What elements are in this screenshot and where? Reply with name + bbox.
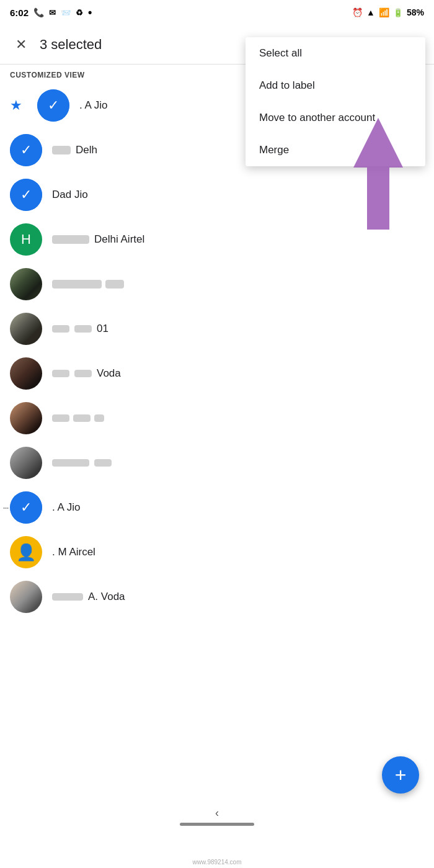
contact-info: . A Jio	[52, 501, 424, 514]
menu-item-select-all[interactable]: Select all	[246, 37, 425, 69]
contact-info	[52, 280, 424, 289]
avatar	[10, 357, 42, 390]
wifi-icon: ▲	[366, 7, 375, 17]
checkmark-icon: ✓	[10, 491, 42, 524]
blurred-placeholder	[52, 459, 89, 467]
back-chevron[interactable]: ‹	[215, 807, 219, 820]
avatar-letter: H	[21, 231, 31, 248]
list-item[interactable]: ✓ Dad Jio	[0, 172, 434, 217]
avatar: ✓	[10, 491, 42, 524]
fab-button[interactable]: +	[382, 756, 419, 794]
status-left: 6:02 📞 ✉ 📨 ♻ •	[10, 6, 92, 19]
fab-icon: +	[395, 764, 407, 787]
list-item[interactable]: ✓ . A Jio	[0, 485, 434, 530]
checkmark-icon: ✓	[10, 179, 42, 211]
mail-icon: ✉	[49, 8, 56, 17]
checkmark-icon: ✓	[10, 134, 42, 166]
contact-info: Voda	[52, 367, 424, 380]
contact-name: . A Jio	[52, 501, 424, 514]
home-indicator	[180, 823, 254, 826]
contact-name: Voda	[97, 367, 121, 380]
checkmark-icon: ✓	[37, 89, 69, 122]
recycle-icon: ♻	[76, 8, 83, 17]
contact-info: 01	[52, 323, 424, 335]
blurred-placeholder	[52, 325, 69, 333]
contact-name: Delhi Airtel	[94, 233, 144, 246]
signal-icon: 📶	[379, 7, 389, 17]
blurred-placeholder	[52, 414, 69, 422]
list-item[interactable]	[0, 262, 434, 306]
blurred-placeholder	[94, 459, 112, 467]
contact-info: Delhi Airtel	[52, 233, 424, 246]
blurred-placeholder	[52, 370, 69, 377]
blurred-placeholder	[73, 414, 91, 422]
list-item[interactable]: 👤 . M Aircel	[0, 530, 434, 575]
blurred-placeholder	[74, 370, 92, 377]
status-bar: 6:02 📞 ✉ 📨 ♻ • ⏰ ▲ 📶 🔋 58%	[0, 0, 434, 25]
close-button[interactable]: ✕	[10, 34, 32, 56]
contact-name: . M Aircel	[52, 546, 424, 558]
envelope-icon: 📨	[61, 8, 71, 17]
avatar	[10, 402, 42, 434]
list-item[interactable]	[0, 441, 434, 485]
menu-item-move-account[interactable]: Move to another account	[246, 102, 425, 134]
blurred-placeholder	[52, 593, 83, 601]
phone-icon: 📞	[33, 7, 44, 17]
blurred-placeholder	[94, 414, 104, 422]
alarm-icon: ⏰	[352, 7, 363, 17]
battery-percent: 58%	[407, 7, 424, 17]
watermark: www.989214.com	[193, 859, 242, 866]
avatar	[10, 268, 42, 300]
blurred-placeholder	[105, 280, 124, 289]
contact-info: A. Voda	[52, 591, 424, 603]
avatar: H	[10, 223, 42, 256]
avatar: ✓	[10, 179, 42, 211]
bottom-nav: ‹	[0, 796, 434, 831]
contact-name: 01	[97, 323, 108, 335]
contact-name: Dad Jio	[52, 189, 424, 201]
contact-name: A. Voda	[88, 591, 125, 603]
dropdown-menu: Select all Add to label Move to another …	[246, 37, 425, 166]
dot-icon: •	[88, 6, 92, 19]
person-icon: 👤	[16, 543, 36, 562]
selected-count-label: 3 selected	[40, 37, 102, 53]
contact-info: Dad Jio	[52, 189, 424, 201]
time-display: 6:02	[10, 7, 29, 18]
avatar: ✓	[10, 134, 42, 166]
blurred-placeholder	[52, 146, 71, 154]
battery-icon: 🔋	[393, 8, 403, 17]
list-item[interactable]: Voda	[0, 351, 434, 396]
blurred-placeholder	[52, 280, 102, 289]
list-item[interactable]	[0, 396, 434, 441]
avatar	[10, 447, 42, 479]
menu-item-add-label[interactable]: Add to label	[246, 69, 425, 102]
list-item[interactable]: 01	[0, 306, 434, 351]
avatar	[10, 581, 42, 613]
avatar	[10, 313, 42, 345]
contact-info	[52, 459, 424, 467]
star-icon: ★	[10, 97, 22, 114]
status-right: ⏰ ▲ 📶 🔋 58%	[352, 7, 424, 17]
blurred-placeholder	[74, 325, 92, 333]
avatar: ✓	[37, 89, 69, 122]
list-item[interactable]: H Delhi Airtel	[0, 217, 434, 262]
list-item[interactable]: A. Voda	[0, 575, 434, 619]
avatar: 👤	[10, 536, 42, 568]
contact-info	[52, 414, 424, 422]
contact-name: Delh	[76, 144, 97, 156]
menu-item-merge[interactable]: Merge	[246, 134, 425, 166]
contact-info: . M Aircel	[52, 546, 424, 558]
blurred-placeholder	[52, 235, 89, 244]
